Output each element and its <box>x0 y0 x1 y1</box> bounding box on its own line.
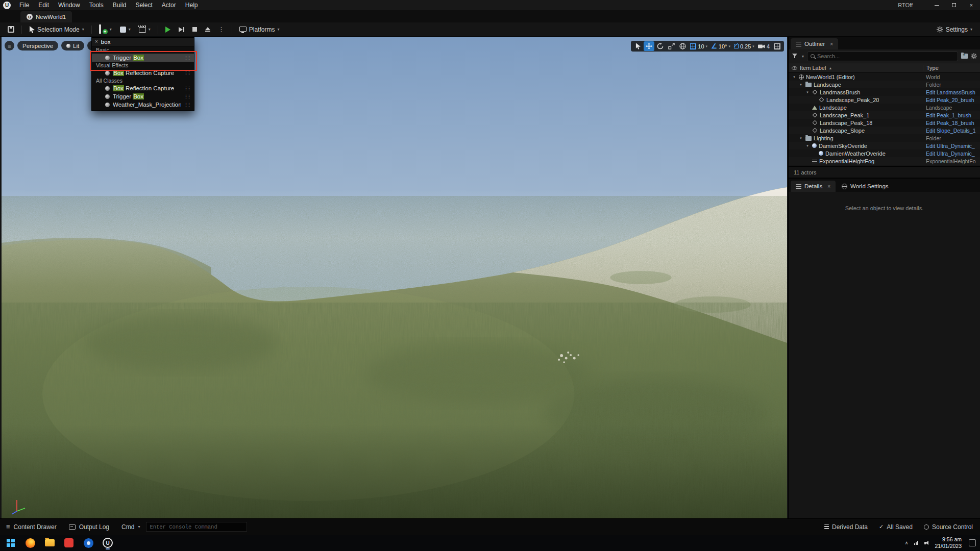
outliner-row[interactable]: ▾LightingFolder <box>789 134 980 142</box>
platforms-dropdown[interactable]: Platforms ▾ <box>236 23 283 36</box>
source-control-button[interactable]: Source Control <box>924 523 973 531</box>
perspective-dropdown[interactable]: Perspective <box>17 41 58 51</box>
menu-actor[interactable]: Actor <box>157 0 181 10</box>
quick-add-button[interactable]: + ▾ <box>95 23 115 36</box>
volume-icon[interactable] <box>924 541 928 545</box>
quick-add-search-input[interactable] <box>101 39 191 45</box>
start-button[interactable] <box>5 537 16 549</box>
move-tool-button[interactable] <box>644 41 654 51</box>
file-explorer-icon[interactable] <box>44 537 55 549</box>
outliner-search-input[interactable] <box>817 53 954 59</box>
expand-caret[interactable]: ▾ <box>805 90 810 94</box>
scale-snap-toggle[interactable]: 0.25▾ <box>732 41 756 51</box>
skip-button[interactable] <box>175 23 188 36</box>
expand-caret[interactable]: ▾ <box>792 75 797 79</box>
tab-details[interactable]: Details × <box>791 181 836 192</box>
type-edit-link[interactable]: Edit Peak_1_brush <box>923 112 980 118</box>
app-icon-red[interactable] <box>63 537 75 549</box>
drag-handle-icon[interactable]: ⋮⋮ <box>184 55 191 60</box>
outliner-row[interactable]: Landscape_SlopeEdit Slope_Details_1 <box>789 127 980 134</box>
quick-add-item[interactable]: Box Reflection Capture⋮⋮ <box>92 84 194 92</box>
type-edit-link[interactable]: Edit Slope_Details_1 <box>923 128 980 134</box>
drag-handle-icon[interactable]: ⋮⋮ <box>184 94 191 99</box>
outliner-search[interactable] <box>807 52 958 61</box>
scale-tool-button[interactable] <box>666 41 677 51</box>
settings-dropdown[interactable]: Settings ▾ <box>933 23 976 36</box>
outliner-row[interactable]: Landscape_Peak_20Edit Peak_20_brush <box>789 96 980 104</box>
close-icon[interactable]: × <box>830 41 833 47</box>
level-tab[interactable]: U NewWorld1 <box>20 11 72 22</box>
notification-icon[interactable] <box>969 539 976 546</box>
unreal-logo-icon[interactable]: U <box>3 2 11 9</box>
cmd-dropdown[interactable]: Cmd▾ <box>115 519 146 535</box>
type-edit-link[interactable]: Edit Ultra_Dynamic_ <box>923 143 980 149</box>
level-viewport[interactable]: ≡ Perspective Lit Sh 10▾ ∠10°▾ 0.25▾ 4 <box>2 37 787 518</box>
menu-build[interactable]: Build <box>108 0 131 10</box>
stop-button[interactable] <box>189 23 201 36</box>
outliner-settings-button[interactable] <box>971 53 977 59</box>
firefox-icon[interactable] <box>24 537 36 549</box>
eject-button[interactable] <box>202 23 214 36</box>
type-edit-link[interactable]: Edit Ultra_Dynamic_ <box>923 151 980 157</box>
tab-world-settings[interactable]: World Settings <box>837 181 894 192</box>
play-options-button[interactable]: ⋮ <box>215 23 228 36</box>
expand-caret[interactable]: ▾ <box>798 83 803 87</box>
view-mode-dropdown[interactable]: Lit <box>61 41 84 51</box>
rotation-snap-toggle[interactable]: ∠10°▾ <box>709 41 732 51</box>
drag-handle-icon[interactable]: ⋮⋮ <box>184 86 191 91</box>
select-tool-button[interactable] <box>632 41 643 51</box>
column-item-label[interactable]: Item Label ▲ <box>789 65 923 71</box>
outliner-row[interactable]: Landscape_Peak_1Edit Peak_1_brush <box>789 111 980 119</box>
close-icon[interactable]: × <box>827 184 830 189</box>
outliner-row[interactable]: ▾DamienSkyOverideEdit Ultra_Dynamic_ <box>789 142 980 149</box>
network-icon[interactable] <box>914 541 918 545</box>
clear-search-icon[interactable]: × <box>95 39 98 44</box>
quick-add-item[interactable]: Trigger Box⋮⋮ <box>92 92 194 101</box>
menu-edit[interactable]: Edit <box>34 0 54 10</box>
app-icon-blue[interactable] <box>83 537 94 549</box>
taskbar-clock[interactable]: 9:56 am 21/01/2023 <box>935 536 962 549</box>
viewport-options-button[interactable]: ≡ <box>5 41 14 51</box>
column-type[interactable]: Type <box>923 65 980 71</box>
menu-window[interactable]: Window <box>54 0 85 10</box>
quick-add-item[interactable]: Weather_Mask_Projection_Box⋮⋮ <box>92 101 194 109</box>
selection-mode-dropdown[interactable]: Selection Mode ▾ <box>26 23 88 36</box>
unreal-engine-taskbar-icon[interactable]: U <box>102 537 113 549</box>
outliner-row[interactable]: LandscapeLandscape <box>789 104 980 111</box>
menu-tools[interactable]: Tools <box>85 0 108 10</box>
filter-button[interactable] <box>792 53 799 59</box>
quick-add-item[interactable]: Box Reflection Capture⋮⋮ <box>92 69 194 77</box>
outliner-row[interactable]: Landscape_Peak_18Edit Peak_18_brush <box>789 119 980 127</box>
camera-speed-button[interactable]: 4 <box>756 41 771 51</box>
outliner-row[interactable]: ExponentialHeightFogExponentialHeightFo <box>789 157 980 165</box>
drag-handle-icon[interactable]: ⋮⋮ <box>184 102 191 107</box>
expand-caret[interactable]: ▾ <box>805 144 810 148</box>
save-button[interactable] <box>4 23 18 36</box>
outliner-row[interactable]: ▾LandscapeFolder <box>789 81 980 88</box>
content-drawer-button[interactable]: ≡Content Drawer <box>0 519 63 535</box>
maximize-button[interactable] <box>945 0 963 10</box>
blueprints-dropdown[interactable]: ▾ <box>116 23 134 36</box>
outliner-row[interactable]: ▾LandmassBrushEdit LandmassBrush <box>789 88 980 96</box>
tray-expand-icon[interactable]: ∧ <box>905 540 909 545</box>
menu-help[interactable]: Help <box>181 0 203 10</box>
rotate-tool-button[interactable] <box>655 41 666 51</box>
create-folder-button[interactable] <box>961 54 968 59</box>
tab-outliner[interactable]: Outliner × <box>791 38 838 49</box>
type-edit-link[interactable]: Edit Peak_20_brush <box>923 97 980 103</box>
all-saved-button[interactable]: ✓All Saved <box>879 523 913 531</box>
derived-data-button[interactable]: Derived Data <box>824 523 868 531</box>
grid-snap-toggle[interactable]: 10▾ <box>689 41 709 51</box>
type-edit-link[interactable]: Edit Peak_18_brush <box>923 120 980 126</box>
menu-select[interactable]: Select <box>131 0 157 10</box>
console-command-input[interactable] <box>146 522 247 532</box>
drag-handle-icon[interactable]: ⋮⋮ <box>184 70 191 76</box>
close-button[interactable]: × <box>963 0 980 10</box>
quick-add-item[interactable]: Trigger Box⋮⋮ <box>92 54 194 62</box>
cinematics-dropdown[interactable]: ▾ <box>135 23 154 36</box>
output-log-button[interactable]: Output Log <box>63 519 115 535</box>
play-button[interactable] <box>162 23 174 36</box>
menu-file[interactable]: File <box>15 0 34 10</box>
type-edit-link[interactable]: Edit LandmassBrush <box>923 89 980 95</box>
maximize-viewport-button[interactable] <box>772 41 782 51</box>
